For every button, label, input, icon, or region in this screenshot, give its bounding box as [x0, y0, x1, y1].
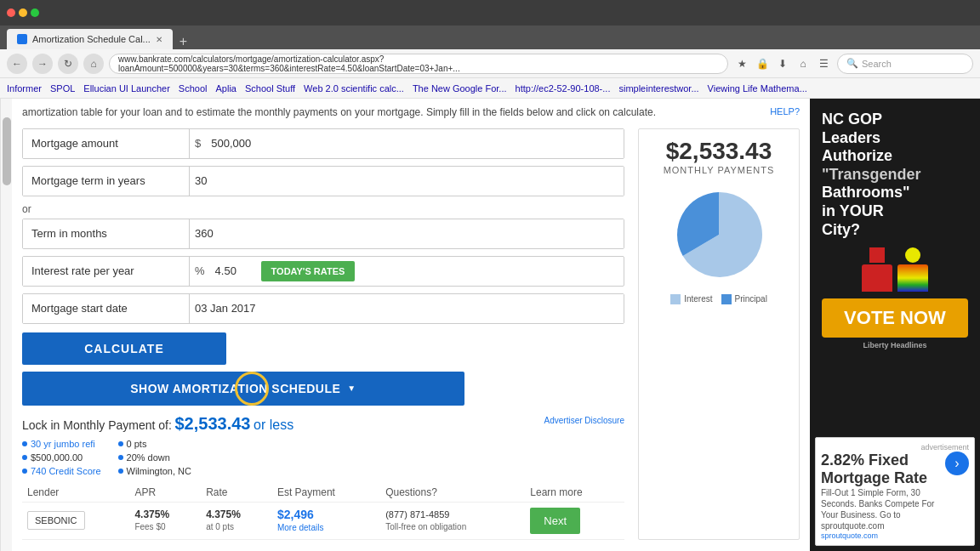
home-nav-icon[interactable]: ⌂: [795, 55, 812, 72]
address-text: www.bankrate.com/calculators/mortgage/am…: [118, 54, 719, 73]
bookmark-item[interactable]: School: [179, 83, 208, 94]
lender-apr: 4.375% Fees $0: [129, 502, 201, 539]
calculator-body: Mortgage amount $ Mortgage term in years…: [22, 128, 800, 540]
mortgage-amount-label: Mortgage amount: [23, 129, 189, 158]
menu-icon[interactable]: ☰: [815, 55, 832, 72]
next-button[interactable]: Next: [530, 508, 580, 534]
todays-rates-button[interactable]: TODAY'S RATES: [261, 261, 356, 281]
mortgage-amount-input[interactable]: [206, 129, 624, 158]
page-content: amortization table for your loan and to …: [12, 99, 810, 551]
result-panel: $2,533.43 MONTHLY PAYMENTS: [638, 128, 800, 540]
calculate-button[interactable]: CALCULATE: [22, 332, 226, 365]
col-learn: Learn more: [525, 483, 624, 503]
main-layout: amortization table for your loan and to …: [0, 99, 980, 551]
lock-in-title: Lock in Monthly Payment of:: [22, 418, 172, 432]
bookmark-item[interactable]: Aplia: [215, 83, 236, 94]
bookmark-item[interactable]: The New Google For...: [413, 83, 507, 94]
forward-button[interactable]: →: [32, 54, 53, 74]
bullet-icon: [22, 441, 27, 446]
tab-favicon: [17, 34, 27, 44]
page-intro: amortization table for your loan and to …: [22, 105, 800, 120]
scrollbar[interactable]: [0, 99, 12, 551]
vote-now-button[interactable]: VOTE NOW: [822, 298, 968, 338]
lock-amount: $2,533.43: [175, 414, 251, 433]
nav-action-icons: ★ 🔒 ⬇ ⌂ ☰: [733, 55, 832, 72]
ad-figures: [822, 247, 968, 292]
interest-rate-label: Interest rate per year: [23, 257, 189, 286]
search-placeholder: Search: [862, 59, 892, 69]
feature-down: 20% down: [118, 452, 191, 463]
tab-close-btn[interactable]: ✕: [156, 35, 162, 44]
advertiser-disclosure-link[interactable]: Advertiser Disclosure: [544, 416, 624, 425]
bookmark-item[interactable]: SPOL: [50, 83, 75, 94]
percent-suffix: %: [190, 264, 210, 277]
feature-label: 30 yr jumbo refi: [31, 439, 95, 449]
term-months-row: Term in months: [22, 219, 624, 249]
monthly-payment-amount: $2,533.43: [647, 138, 790, 165]
col-questions: Questions?: [380, 483, 525, 503]
navigation-bar: ← → ↻ ⌂ www.bankrate.com/calculators/mor…: [0, 49, 980, 78]
feature-label: 0 pts: [127, 439, 147, 449]
principal-color: [721, 294, 732, 304]
browser-window-controls: [0, 0, 980, 26]
ad-label: advertisement: [821, 443, 969, 452]
bookmark-item[interactable]: http://ec2-52-90-108-...: [516, 83, 611, 94]
lender-table: Lender APR Rate Est Payment Questions? L…: [22, 483, 624, 540]
legend-interest: Interest: [670, 294, 712, 304]
feature-label: 20% down: [127, 452, 170, 463]
tab-title: Amortization Schedule Cal...: [32, 34, 151, 44]
ad-link[interactable]: sproutquote.com: [821, 531, 940, 540]
pie-svg: [668, 184, 770, 286]
feature-label: Wilmington, NC: [127, 466, 191, 476]
bookmark-item[interactable]: simpleinterestwor...: [618, 83, 698, 94]
bookmark-icon[interactable]: ★: [733, 55, 750, 72]
pie-chart: [668, 184, 770, 286]
mortgage-amount-row: Mortgage amount $: [22, 128, 624, 159]
bullet-icon: [22, 469, 27, 474]
legend-principal: Principal: [721, 294, 767, 304]
bookmark-item[interactable]: Viewing Life Mathema...: [708, 83, 807, 94]
back-button[interactable]: ←: [7, 54, 27, 74]
feature-label: $500,000.00: [31, 452, 83, 463]
feature-credit: 740 Credit Score: [22, 466, 101, 476]
bullet-icon: [118, 469, 123, 474]
search-bar[interactable]: 🔍 Search: [837, 54, 973, 74]
table-row: SEBONIC 4.375% Fees $0 4.375% at 0 pts: [22, 502, 624, 539]
col-payment: Est Payment: [272, 483, 380, 503]
term-months-label: Term in months: [23, 219, 189, 248]
mortgage-term-input[interactable]: [190, 167, 624, 196]
scrollbar-thumb[interactable]: [3, 117, 11, 185]
help-link[interactable]: HELP?: [770, 105, 800, 118]
add-tab-btn[interactable]: +: [173, 34, 194, 49]
show-schedule-wrapper: SHOW AMORTIZATION SCHEDULE: [22, 372, 464, 406]
interest-label: Interest: [684, 294, 712, 304]
download-icon[interactable]: ⬇: [774, 55, 791, 72]
home-button[interactable]: ⌂: [83, 54, 104, 74]
interest-rate-input[interactable]: [210, 257, 261, 286]
start-date-label: Mortgage start date: [23, 294, 189, 323]
interest-rate-row: Interest rate per year % TODAY'S RATES: [22, 256, 624, 287]
active-tab[interactable]: Amortization Schedule Cal... ✕: [7, 29, 173, 49]
bookmark-item[interactable]: School Stuff: [245, 83, 295, 94]
start-date-row: Mortgage start date: [22, 293, 624, 324]
address-bar[interactable]: www.bankrate.com/calculators/mortgage/am…: [109, 54, 728, 74]
principal-label: Principal: [735, 294, 767, 304]
feature-label: 740 Credit Score: [31, 466, 101, 476]
interest-color: [670, 294, 681, 304]
bookmark-item[interactable]: Web 2.0 scientific calc...: [304, 83, 404, 94]
lender-name: SEBONIC: [22, 502, 129, 539]
ad-description: Fill-Out 1 Simple Form, 30 Seconds. Bank…: [821, 487, 940, 531]
bookmark-item[interactable]: Ellucian UI Launcher: [83, 83, 170, 94]
calculator-form: Mortgage amount $ Mortgage term in years…: [22, 128, 624, 540]
lender-action[interactable]: Next: [525, 502, 624, 539]
show-amortization-schedule-button[interactable]: SHOW AMORTIZATION SCHEDULE: [22, 372, 464, 406]
feature-pts: 0 pts: [118, 439, 191, 449]
ad-go-button[interactable]: ›: [945, 452, 969, 475]
ad-mortgage-rate: 2.82% Fixed Mortgage Rate: [821, 452, 940, 487]
refresh-button[interactable]: ↻: [58, 54, 78, 74]
term-months-input[interactable]: [190, 219, 624, 248]
start-date-input[interactable]: [190, 294, 624, 323]
bookmark-item[interactable]: Informer: [7, 83, 42, 94]
or-less-text: or less: [254, 418, 293, 432]
lender-payment: $2,496 More details: [272, 502, 380, 539]
